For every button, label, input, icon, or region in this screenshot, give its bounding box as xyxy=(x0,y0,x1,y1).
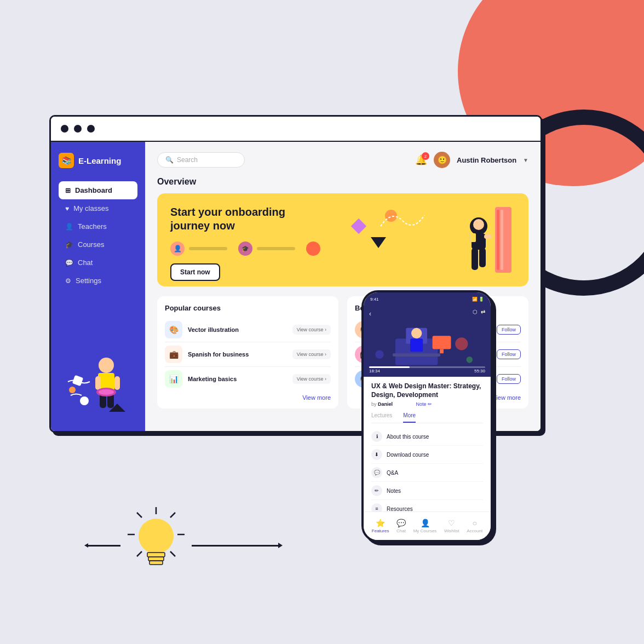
view-course-button[interactable]: View course › xyxy=(292,374,331,384)
phone-nav-features[interactable]: ⭐ Features xyxy=(372,519,389,533)
phone-cast-icons: ⬡ ⇄ xyxy=(473,309,485,315)
svg-point-7 xyxy=(99,389,114,395)
course-name: Marketing basics xyxy=(188,376,287,382)
nav-icon-settings: ⚙ xyxy=(65,277,71,285)
search-placeholder: Search xyxy=(177,156,198,164)
phone-menu-label-qa: Q&A xyxy=(387,470,398,476)
sidebar-item-settings[interactable]: ⚙Settings xyxy=(59,272,137,290)
sidebar-item-teachers[interactable]: 👤Teachers xyxy=(59,217,137,235)
course-name: Vector illustration xyxy=(188,326,287,333)
browser-dot-3 xyxy=(87,125,95,133)
phone-signal-icons: 📶 🔋 xyxy=(472,297,484,302)
sidebar-item-label-courses: Courses xyxy=(78,240,104,249)
course-item: 📊 Marketing basics View course › xyxy=(165,367,331,391)
svg-rect-29 xyxy=(393,353,440,357)
sidebar: 📚 E-Learning ⊞Dashboard♥My classes👤Teach… xyxy=(51,142,145,431)
phone-menu-label-about: About this course xyxy=(387,434,429,440)
nav-icon-courses: 🎓 xyxy=(65,241,73,249)
phone-menu-item-notes[interactable]: ✏ Notes xyxy=(371,482,483,500)
nav-icon-dashboard: ⊞ xyxy=(65,187,71,194)
phone-video-area: ‹ ⬡ ⇄ ▶ 18:34 55:30 xyxy=(364,306,491,377)
phone-menu-label-notes: Notes xyxy=(387,488,401,494)
phone-menu-item-about[interactable]: ℹ About this course xyxy=(371,428,483,446)
sidebar-person-svg xyxy=(62,349,134,420)
start-now-button[interactable]: Start now xyxy=(170,263,220,281)
nav-icon-teachers: 👤 xyxy=(65,223,73,231)
phone-nav-account[interactable]: ○ Account xyxy=(467,519,482,533)
sidebar-item-label-chat: Chat xyxy=(78,258,93,267)
step-line-1 xyxy=(189,247,227,250)
phone-progress-bar[interactable] xyxy=(369,366,485,368)
phone-menu-label-download: Download course xyxy=(387,452,429,458)
cast-icon[interactable]: ⬡ xyxy=(473,309,478,315)
my-courses-icon: 👤 xyxy=(421,519,430,527)
overview-title: Overview xyxy=(157,177,528,187)
phone-menu-items: ℹ About this course ⬇ Download course 💬 … xyxy=(371,428,483,518)
phone-menu-icon-download: ⬇ xyxy=(371,449,382,460)
follow-button[interactable]: Follow xyxy=(497,325,521,335)
phone-note-label[interactable]: Note xyxy=(416,401,427,407)
phone-tab-lectures[interactable]: Lectures xyxy=(371,412,392,423)
sidebar-item-my-classes[interactable]: ♥My classes xyxy=(59,199,137,217)
lightbulb-illustration-area xyxy=(88,502,279,589)
onboarding-banner: Start your onboarding journey now 👤 🎓 St… xyxy=(157,193,528,286)
svg-point-33 xyxy=(375,350,383,358)
phone-bottom-nav: ⭐ Features 💬 Chat 👤 My Courses ♡ Wishlis… xyxy=(364,511,491,540)
banner-step-1: 👤 xyxy=(170,242,227,256)
svg-point-10 xyxy=(69,387,76,393)
share-icon[interactable]: ⇄ xyxy=(481,309,485,315)
course-icon: 💼 xyxy=(165,346,182,363)
chevron-down-icon: ▼ xyxy=(523,157,528,163)
course-icon: 🎨 xyxy=(165,321,182,338)
phone-menu-item-download[interactable]: ⬇ Download course xyxy=(371,446,483,464)
arrow-line-right xyxy=(192,545,279,547)
svg-rect-14 xyxy=(501,210,503,270)
phone-nav-my-courses-label: My Courses xyxy=(413,528,437,533)
phone-mockup: 9:41 📶 🔋 ‹ ⬡ ⇄ ▶ xyxy=(361,290,493,542)
phone-nav-chat[interactable]: 💬 Chat xyxy=(396,519,406,533)
nav-icon-my-classes: ♥ xyxy=(65,205,69,212)
phone-nav-wishlist[interactable]: ♡ Wishlist xyxy=(444,519,459,533)
view-course-button[interactable]: View course › xyxy=(292,325,331,335)
sidebar-item-dashboard[interactable]: ⊞Dashboard xyxy=(59,181,137,199)
logo-text: E-Learning xyxy=(78,156,121,165)
sidebar-logo: 📚 E-Learning xyxy=(59,153,137,168)
notification-bell[interactable]: 🔔 2 xyxy=(415,154,427,166)
phone-tab-more[interactable]: More xyxy=(403,412,416,423)
svg-rect-44 xyxy=(148,557,164,561)
step-line-2 xyxy=(257,247,295,250)
logo-icon: 📚 xyxy=(59,153,74,168)
svg-rect-19 xyxy=(479,248,486,267)
phone-menu-item-qa[interactable]: 💬 Q&A xyxy=(371,464,483,482)
banner-geo-diamond xyxy=(353,221,364,232)
phone-time: 9:41 xyxy=(370,297,379,302)
phone-nav-my-courses[interactable]: 👤 My Courses xyxy=(413,519,437,533)
sidebar-illustration xyxy=(59,349,137,420)
phone-author-name: Daniel xyxy=(378,401,393,407)
search-bar[interactable]: 🔍 Search xyxy=(157,152,245,168)
sidebar-item-label-settings: Settings xyxy=(76,277,101,285)
popular-courses-title: Popular courses xyxy=(165,304,331,312)
popular-courses-card: Popular courses 🎨 Vector illustration Vi… xyxy=(157,296,338,409)
phone-back-icon[interactable]: ‹ xyxy=(369,310,371,318)
svg-point-16 xyxy=(473,219,484,230)
courses-view-more[interactable]: View more xyxy=(165,394,331,401)
svg-line-39 xyxy=(137,513,142,518)
sidebar-item-chat[interactable]: 💬Chat xyxy=(59,254,137,272)
follow-button[interactable]: Follow xyxy=(497,374,521,384)
svg-point-9 xyxy=(80,396,89,405)
course-name: Spanish for business xyxy=(188,351,287,358)
sidebar-nav: ⊞Dashboard♥My classes👤Teachers🎓Courses💬C… xyxy=(59,181,137,290)
svg-rect-30 xyxy=(433,336,451,349)
phone-nav-chat-label: Chat xyxy=(396,528,406,533)
browser-dot-2 xyxy=(74,125,82,133)
nav-icon-chat: 💬 xyxy=(65,259,73,267)
main-header: 🔍 Search 🔔 2 🙂 Austin Robertson ▼ xyxy=(157,152,528,168)
view-course-button[interactable]: View course › xyxy=(292,349,331,359)
phone-menu-icon-about: ℹ xyxy=(371,431,382,442)
sidebar-item-courses[interactable]: 🎓Courses xyxy=(59,235,137,254)
browser-titlebar xyxy=(51,117,540,142)
svg-rect-28 xyxy=(410,338,423,352)
lightbulb-wrapper xyxy=(120,502,192,589)
follow-button[interactable]: Follow xyxy=(497,349,521,359)
